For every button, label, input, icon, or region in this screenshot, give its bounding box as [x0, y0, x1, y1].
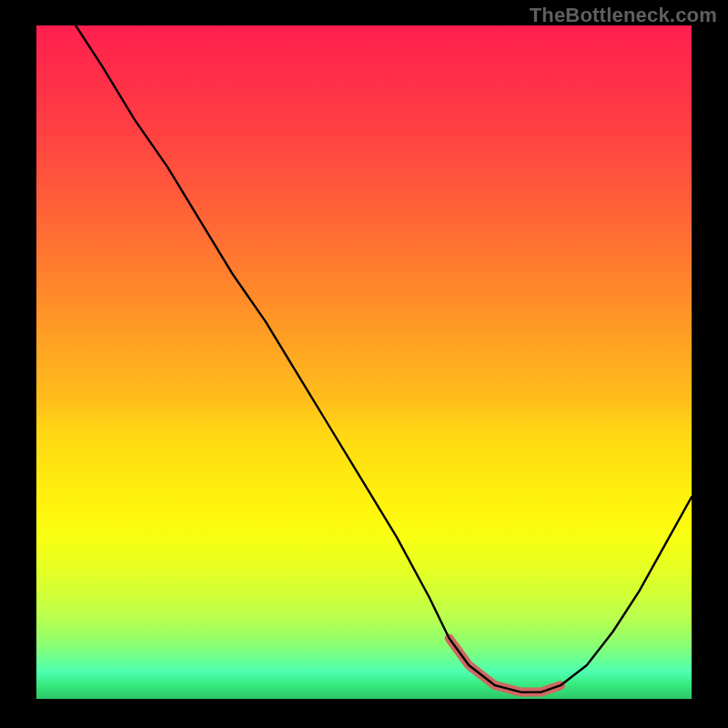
chart-container: TheBottleneck.com: [0, 0, 728, 728]
optimal-range-highlight: [450, 638, 561, 692]
bottleneck-curve: [76, 25, 692, 693]
curve-svg: [36, 25, 692, 699]
watermark-label: TheBottleneck.com: [530, 4, 717, 27]
plot-area: [36, 25, 692, 699]
